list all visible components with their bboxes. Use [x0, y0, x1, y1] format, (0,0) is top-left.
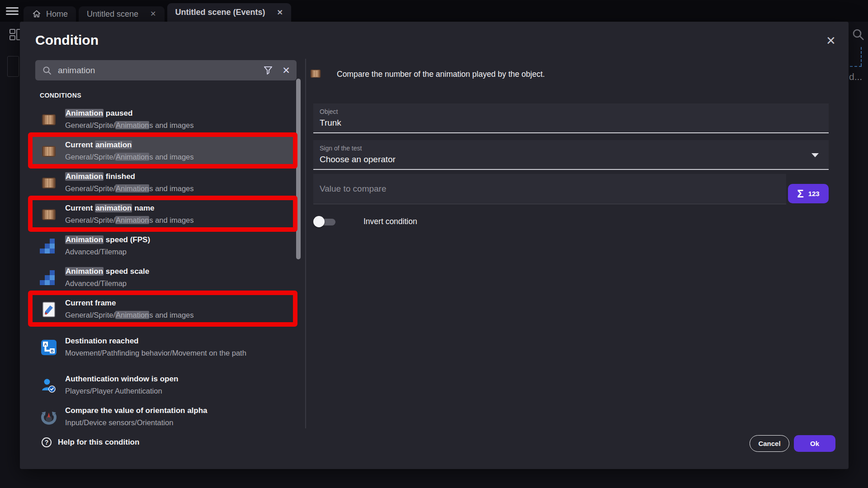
sprite-animation-icon	[40, 111, 58, 129]
condition-subtitle: Players/Player Authentication	[65, 385, 278, 398]
sprite-animation-icon	[40, 142, 58, 160]
scrollbar-thumb[interactable]	[296, 79, 301, 259]
sign-of-test-select[interactable]: Sign of the test Choose an operator	[313, 140, 829, 170]
clear-search-icon[interactable]: ✕	[280, 65, 292, 76]
conditions-list: CONDITIONS Animation pausedGeneral/Sprit…	[30, 88, 297, 428]
help-icon: ?	[42, 437, 52, 447]
svg-text:B: B	[51, 349, 54, 353]
tilemap-icon	[40, 237, 58, 255]
sprite-animation-icon	[40, 206, 58, 224]
close-icon[interactable]: ✕	[824, 33, 838, 48]
tab-label: Home	[46, 9, 68, 19]
events-search-icon	[851, 27, 865, 42]
tilemap-icon	[40, 269, 58, 287]
condition-item[interactable]: Animation pausedGeneral/Sprite/Animation…	[30, 104, 297, 136]
sigma-icon: Σ	[797, 188, 803, 199]
menu-icon[interactable]	[6, 7, 19, 15]
condition-subtitle: General/Sprite/Animations and images	[65, 214, 278, 227]
condition-title: Destination reached	[65, 336, 285, 347]
search-box: animation ✕	[35, 60, 297, 80]
condition-item[interactable]: Current animation nameGeneral/Sprite/Ani…	[30, 199, 297, 230]
svg-text:A: A	[44, 342, 47, 347]
condition-item[interactable]: Animation speed scaleAdvanced/Tilemap	[30, 262, 297, 294]
invert-condition-label: Invert condition	[363, 217, 417, 226]
panel-divider	[305, 59, 306, 428]
toggle-knob	[313, 216, 325, 227]
clipped-event-text: d...	[849, 71, 862, 82]
top-bar: HomeUntitled scene✕Untitled scene (Event…	[0, 0, 868, 22]
condition-item[interactable]: Animation finishedGeneral/Sprite/Animati…	[30, 167, 297, 199]
condition-description: Compare the number of the animation play…	[337, 69, 545, 79]
condition-subtitle: General/Sprite/Animations and images	[65, 309, 278, 322]
invert-condition-toggle[interactable]	[313, 216, 336, 228]
tab-close-icon[interactable]: ✕	[150, 10, 156, 18]
condition-item[interactable]: Compare the value of orientation alphaIn…	[30, 401, 297, 428]
condition-title: Animation speed (FPS)	[65, 235, 285, 245]
condition-item[interactable]: Current frameGeneral/Sprite/Animations a…	[30, 294, 297, 325]
condition-title: Animation speed scale	[65, 266, 285, 277]
orientation-icon	[40, 408, 58, 426]
condition-title: Authentication window is open	[65, 374, 285, 385]
condition-item[interactable]: Animation speed (FPS)Advanced/Tilemap	[30, 230, 297, 262]
pathfinding-icon: AB	[40, 338, 58, 357]
condition-subtitle: General/Sprite/Animations and images	[65, 119, 278, 132]
help-label: Help for this condition	[58, 438, 139, 447]
home-icon	[32, 9, 42, 19]
chevron-down-icon	[811, 153, 819, 157]
condition-subtitle: Movement/Pathfinding behavior/Movement o…	[65, 347, 278, 360]
condition-dialog: Condition ✕ animation ✕ CONDITIONS Anima…	[20, 22, 849, 469]
value-to-compare-input[interactable]: Value to compare	[313, 174, 786, 204]
condition-title: Current animation	[65, 140, 285, 150]
condition-title: Compare the value of orientation alpha	[65, 405, 285, 416]
sign-field-label: Sign of the test	[320, 145, 829, 152]
sign-field-value: Choose an operator	[320, 155, 829, 164]
background-button-outline	[7, 56, 19, 77]
search-input[interactable]: animation	[58, 66, 262, 75]
ok-button[interactable]: Ok	[794, 435, 835, 452]
cancel-button[interactable]: Cancel	[750, 435, 789, 452]
condition-title: Current frame	[65, 298, 285, 309]
expression-editor-button[interactable]: Σ 123	[788, 184, 829, 203]
list-section-header: CONDITIONS	[30, 88, 297, 104]
tab-label: Untitled scene (Events)	[175, 8, 265, 17]
condition-title: Current animation name	[65, 203, 285, 214]
selection-dashed-border	[861, 47, 862, 66]
condition-subtitle: Advanced/Tilemap	[65, 245, 278, 258]
filter-icon[interactable]	[262, 65, 274, 76]
tab-untitled-scene[interactable]: Untitled scene✕	[79, 6, 164, 22]
sprite-animation-icon	[40, 174, 58, 192]
tab-home[interactable]: Home	[24, 6, 76, 22]
help-link[interactable]: ? Help for this condition	[42, 437, 139, 447]
player-authentication-icon	[40, 376, 58, 394]
object-field[interactable]: Object Trunk	[313, 103, 829, 133]
condition-title: Animation paused	[65, 108, 285, 119]
search-icon	[42, 65, 52, 76]
frame-icon	[40, 300, 58, 319]
selection-dashed-border	[850, 66, 862, 67]
tab-bar: HomeUntitled scene✕Untitled scene (Event…	[24, 3, 291, 22]
expression-button-label: 123	[808, 190, 820, 197]
condition-title: Animation finished	[65, 171, 285, 182]
condition-subtitle: Advanced/Tilemap	[65, 277, 278, 290]
condition-item[interactable]: ABDestination reachedMovement/Pathfindin…	[30, 325, 297, 370]
tab-close-icon[interactable]: ✕	[277, 9, 283, 16]
condition-item[interactable]: Current animationGeneral/Sprite/Animatio…	[30, 136, 297, 167]
condition-subtitle: General/Sprite/Animations and images	[65, 150, 278, 164]
tab-untitled-scene-events[interactable]: Untitled scene (Events)✕	[167, 3, 291, 22]
object-field-value: Trunk	[320, 118, 829, 128]
condition-subtitle: General/Sprite/Animations and images	[65, 182, 278, 195]
object-field-label: Object	[320, 108, 829, 115]
tab-label: Untitled scene	[87, 9, 138, 19]
dialog-title: Condition	[35, 33, 99, 48]
condition-item[interactable]: Authentication window is openPlayers/Pla…	[30, 370, 297, 401]
sprite-animation-icon	[309, 67, 322, 80]
condition-subtitle: Input/Device sensors/Orientation	[65, 416, 278, 429]
